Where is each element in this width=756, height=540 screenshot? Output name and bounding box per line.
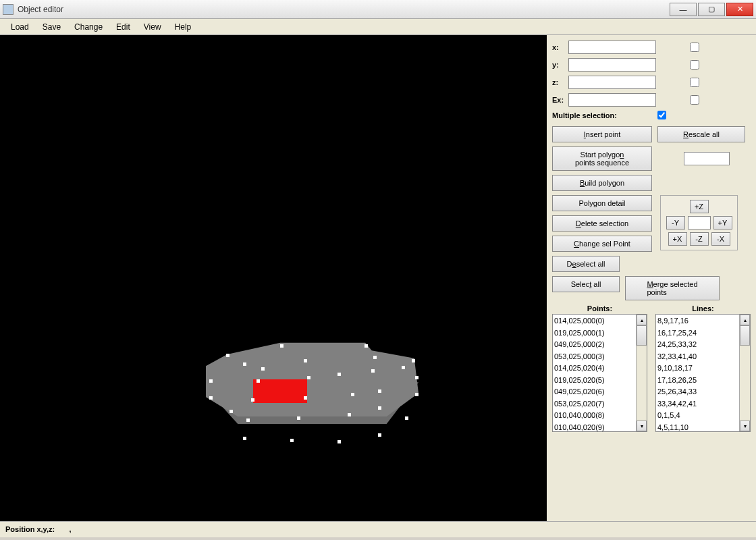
build-polygon-button[interactable]: Build polygon [552,175,652,191]
nav-plus-z-button[interactable]: +Z [690,200,709,213]
properties-panel: x: y: z: Ex: Multiple selection: Insert … [547,35,756,521]
scroll-up-icon[interactable]: ▴ [637,315,647,325]
points-list[interactable]: 014,025,000(0)019,025,000(1)049,025,000(… [552,314,647,432]
list-item[interactable]: 17,18,26,25 [657,375,738,387]
scroll-up-icon[interactable]: ▴ [740,315,750,325]
list-item[interactable]: 053,025,000(3) [554,351,634,363]
nav-minus-y-button[interactable]: -Y [666,216,685,230]
list-item[interactable]: 16,17,25,24 [657,327,738,340]
list-item[interactable]: 010,040,020(9) [554,422,634,432]
multi-select-label: Multiple selection: [552,111,617,119]
list-item[interactable]: 25,26,34,33 [657,386,738,398]
delete-selection-button[interactable]: Delete selection [552,215,652,232]
status-bar: Position x,y,z: , [0,521,756,537]
points-scrollbar[interactable]: ▴ ▾ [636,315,647,431]
list-item[interactable]: 33,34,42,41 [657,398,738,410]
select-all-button[interactable]: Select all [552,276,620,292]
nav-value-input[interactable] [688,216,711,230]
lines-list[interactable]: 8,9,17,1616,17,25,2424,25,33,3232,33,41,… [655,314,751,432]
list-item[interactable]: 9,10,18,17 [657,362,738,375]
x-input[interactable] [568,40,656,54]
minimize-button[interactable]: — [670,3,697,16]
lines-header: Lines: [655,304,751,313]
list-item[interactable]: 049,025,020(6) [554,386,634,398]
x-label: x: [552,43,568,51]
lines-scrollbar[interactable]: ▴ ▾ [739,315,750,431]
maximize-button[interactable]: ▢ [698,3,725,16]
nav-minus-z-button[interactable]: -Z [690,232,709,246]
status-label: Position x,y,z: [5,525,55,533]
menu-help[interactable]: Help [168,20,198,34]
insert-point-button[interactable]: Insert point [552,126,652,142]
nav-minus-x-button[interactable]: -X [711,232,730,246]
merge-selected-button[interactable]: Merge selectedpoints [625,276,720,300]
list-item[interactable]: 32,33,41,40 [657,351,738,363]
y-checkbox[interactable] [690,60,699,70]
status-value: , [70,525,72,533]
menu-load[interactable]: Load [4,20,36,34]
change-sel-point-button[interactable]: Change sel Point [552,236,652,252]
list-item[interactable]: 24,25,33,32 [657,339,738,351]
points-header: Points: [552,304,647,313]
window-title: Object editor [18,5,63,14]
z-label: z: [552,78,568,86]
nav-pad: +Z -Y +Y +X -Z -X [660,195,738,250]
list-item[interactable]: 014,025,000(0) [554,315,634,327]
list-item[interactable]: 014,025,020(4) [554,362,634,375]
object-mesh [206,339,418,447]
rescale-all-button[interactable]: Rescale all [657,126,745,142]
z-checkbox[interactable] [690,78,699,87]
ex-input[interactable] [568,93,656,107]
list-item[interactable]: 0,1,5,4 [657,410,738,422]
multi-select-checkbox[interactable] [657,111,666,119]
y-label: y: [552,61,568,69]
menu-edit[interactable]: Edit [109,20,137,34]
scroll-down-icon[interactable]: ▾ [637,421,647,431]
title-bar: Object editor — ▢ ✕ [0,0,756,19]
app-icon [3,4,14,15]
list-item[interactable]: 049,025,000(2) [554,339,634,351]
ex-checkbox[interactable] [690,95,699,105]
deselect-all-button[interactable]: Deselect all [552,256,620,272]
y-input[interactable] [568,58,656,72]
close-button[interactable]: ✕ [726,3,753,16]
menu-change[interactable]: Change [68,20,109,34]
menu-bar: Load Save Change Edit View Help [0,19,756,35]
ex-label: Ex: [552,96,568,104]
list-item[interactable]: 053,025,020(7) [554,398,634,410]
z-input[interactable] [568,76,656,89]
x-checkbox[interactable] [690,43,699,52]
list-item[interactable]: 8,9,17,16 [657,315,738,327]
nav-plus-x-button[interactable]: +X [668,232,687,246]
nav-plus-y-button[interactable]: +Y [713,216,732,230]
polygon-seq-input[interactable] [684,152,730,165]
selected-face [253,379,307,403]
list-item[interactable]: 019,025,000(1) [554,327,634,340]
list-item[interactable]: 010,040,000(8) [554,410,634,422]
start-polygon-seq-button[interactable]: Start polygonpoints sequence [552,146,652,171]
list-item[interactable]: 4,5,11,10 [657,422,738,432]
polygon-detail-button[interactable]: Polygon detail [552,195,652,211]
menu-view[interactable]: View [137,20,168,34]
scroll-down-icon[interactable]: ▾ [740,421,750,431]
list-item[interactable]: 019,025,020(5) [554,375,634,387]
3d-viewport[interactable] [0,35,547,521]
menu-save[interactable]: Save [36,20,68,34]
